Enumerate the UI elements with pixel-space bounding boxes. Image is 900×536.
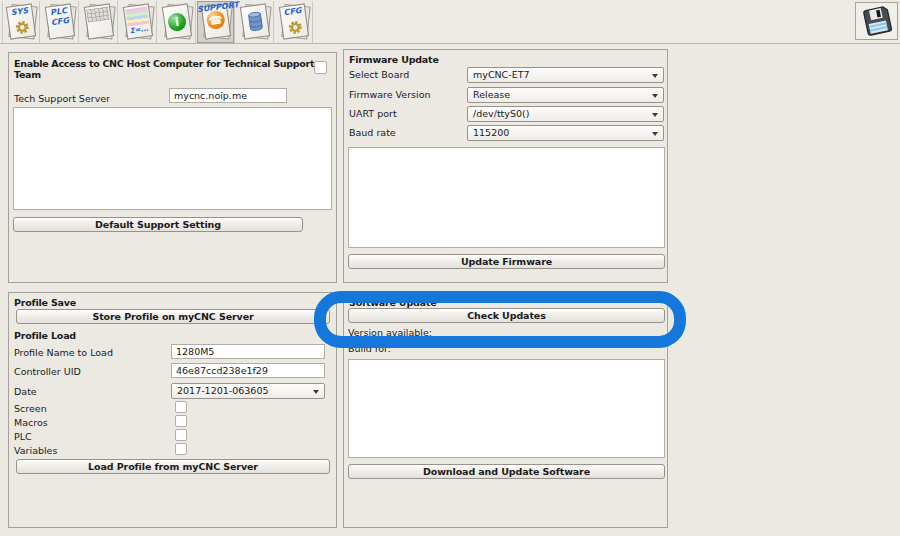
info-ball-icon: i [166, 12, 186, 32]
update-firmware-button[interactable]: Update Firmware [348, 254, 665, 269]
macros-checkbox[interactable] [175, 415, 187, 427]
database-document-icon [242, 5, 268, 38]
build-for-label: Build for: [348, 343, 391, 354]
gear-icon [13, 19, 30, 36]
cfg-document-icon: CFG [281, 5, 307, 38]
striped-document-icon: Σ=... [125, 5, 151, 38]
support-log-textarea[interactable] [13, 107, 332, 210]
database-icon [245, 10, 265, 33]
sys-icon-label: SYS [11, 7, 29, 17]
toolbar-button-info[interactable]: i [158, 1, 196, 43]
profile-save-title: Profile Save [14, 297, 76, 308]
controller-uid-label: Controller UID [14, 366, 81, 377]
firmware-log-textarea[interactable] [348, 147, 665, 248]
grid-pattern-icon [86, 7, 110, 23]
grid-document-icon [86, 5, 112, 38]
macros-checkbox-label: Macros [14, 417, 48, 428]
toolbar-button-support[interactable]: SUPPORT ☎ [197, 1, 235, 43]
firmware-version-label: Firmware Version [349, 89, 431, 100]
info-document-icon: i [164, 5, 190, 38]
version-available-label: Version available: [348, 327, 432, 338]
store-profile-button[interactable]: Store Profile on myCNC Server [16, 309, 330, 324]
stripes-pattern-icon [125, 7, 149, 27]
download-update-software-button[interactable]: Download and Update Software [348, 464, 665, 479]
tech-support-panel: Enable Access to CNC Host Computer for T… [8, 52, 337, 283]
save-settings-button[interactable] [855, 2, 898, 40]
firmware-update-panel: Firmware Update Select Board myCNC-ET7 F… [343, 49, 668, 283]
baud-rate-label: Baud rate [349, 127, 396, 138]
profile-name-input[interactable] [171, 344, 325, 359]
toolbar-button-macro-variables[interactable]: Σ=... [119, 1, 157, 43]
tech-support-server-label: Tech Support Server [14, 93, 110, 104]
toolbar-button-sys-settings[interactable]: SYS [2, 1, 40, 43]
gear-icon [286, 19, 303, 36]
toolbar-button-database[interactable] [236, 1, 274, 43]
default-support-setting-button[interactable]: Default Support Setting [13, 217, 303, 232]
mycnc-settings-screen: SYS PLC CFG [0, 0, 900, 536]
sys-document-icon: SYS [8, 5, 34, 38]
date-combo[interactable]: 2017-1201-063605 [171, 383, 325, 399]
sigma-icon-label: Σ=... [129, 26, 148, 36]
plc-icon-label-line2: CFG [50, 17, 69, 27]
select-board-combo[interactable]: myCNC-ET7 [467, 67, 664, 83]
software-panel-title: Software Update [349, 297, 436, 308]
baud-rate-combo[interactable]: 115200 [467, 125, 664, 141]
cfg-icon-label: CFG [283, 7, 302, 17]
toolbar: SYS PLC CFG [0, 0, 900, 44]
plc-checkbox[interactable] [175, 429, 187, 441]
date-label: Date [14, 386, 37, 397]
plc-document-icon: PLC CFG [47, 5, 73, 38]
profile-panel: Profile Save Store Profile on myCNC Serv… [8, 292, 337, 528]
toolbar-button-plc-builder[interactable]: PLC CFG [41, 1, 79, 43]
controller-uid-input[interactable] [171, 363, 325, 378]
variables-checkbox-label: Variables [14, 445, 57, 456]
tech-support-server-input[interactable] [169, 88, 287, 103]
tech-support-panel-title: Enable Access to CNC Host Computer for T… [14, 58, 320, 80]
software-update-panel: Software Update Check Updates Version av… [343, 292, 668, 528]
toolbar-button-gcode-list[interactable] [80, 1, 118, 43]
load-profile-button[interactable]: Load Profile from myCNC Server [16, 459, 330, 474]
firmware-panel-title: Firmware Update [349, 54, 439, 65]
firmware-version-combo[interactable]: Release [467, 87, 664, 103]
variables-checkbox[interactable] [175, 443, 187, 455]
plc-checkbox-label: PLC [14, 431, 32, 442]
enable-tech-support-checkbox[interactable] [314, 61, 327, 74]
floppy-disk-icon [859, 3, 895, 39]
software-log-textarea[interactable] [348, 359, 665, 458]
uart-port-label: UART port [349, 108, 397, 119]
screen-checkbox-label: Screen [14, 403, 47, 414]
uart-port-combo[interactable]: /dev/ttyS0() [467, 106, 664, 122]
check-updates-button[interactable]: Check Updates [348, 308, 665, 323]
profile-name-label: Profile Name to Load [14, 347, 113, 358]
profile-load-title: Profile Load [14, 330, 76, 341]
screen-checkbox[interactable] [175, 401, 187, 413]
select-board-label: Select Board [349, 69, 409, 80]
toolbar-button-cfg-settings[interactable]: CFG [275, 1, 313, 43]
